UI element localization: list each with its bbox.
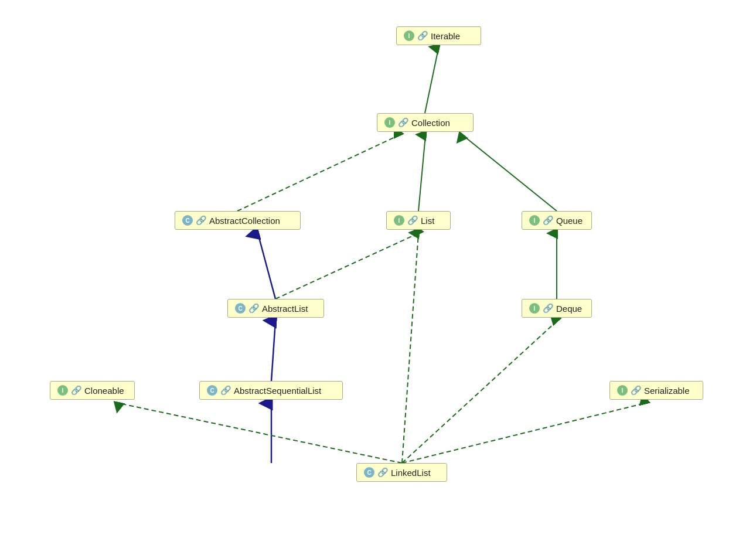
svg-line-7 xyxy=(258,233,275,299)
label-abstract-sequential-list: AbstractSequentialList xyxy=(234,386,321,396)
link-icon-linked-list: 🔗 xyxy=(378,468,387,477)
label-cloneable: Cloneable xyxy=(84,386,124,396)
badge-linked-list: C xyxy=(364,467,374,478)
svg-line-9 xyxy=(402,233,418,463)
link-icon-abstract-collection: 🔗 xyxy=(196,216,206,225)
svg-line-4 xyxy=(237,135,399,211)
badge-cloneable: I xyxy=(57,385,68,396)
badge-serializable: I xyxy=(617,385,628,396)
badge-deque: I xyxy=(529,303,540,314)
node-queue[interactable]: I 🔗 Queue xyxy=(522,211,592,230)
link-icon-iterable: 🔗 xyxy=(418,31,427,40)
label-serializable: Serializable xyxy=(644,386,690,396)
node-collection[interactable]: I 🔗 Collection xyxy=(377,113,474,132)
node-abstract-sequential-list[interactable]: C 🔗 AbstractSequentialList xyxy=(199,381,343,400)
svg-line-5 xyxy=(418,135,425,211)
node-linked-list[interactable]: C 🔗 LinkedList xyxy=(356,463,447,482)
node-abstract-list[interactable]: C 🔗 AbstractList xyxy=(227,299,324,318)
badge-queue: I xyxy=(529,215,540,226)
svg-line-3 xyxy=(425,49,438,113)
label-list: List xyxy=(421,216,434,226)
link-icon-serializable: 🔗 xyxy=(631,386,641,395)
node-list[interactable]: I 🔗 List xyxy=(386,211,451,230)
svg-line-8 xyxy=(275,233,418,299)
node-iterable[interactable]: I 🔗 Iterable xyxy=(396,26,481,45)
svg-line-15 xyxy=(402,403,645,463)
badge-iterable: I xyxy=(404,30,414,41)
link-icon-list: 🔗 xyxy=(408,216,417,225)
badge-collection: I xyxy=(384,117,395,128)
badge-abstract-collection: C xyxy=(182,215,193,226)
label-abstract-list: AbstractList xyxy=(262,304,308,314)
link-icon-collection: 🔗 xyxy=(399,118,408,127)
label-iterable: Iterable xyxy=(431,31,460,41)
link-icon-deque: 🔗 xyxy=(543,304,553,313)
node-serializable[interactable]: I 🔗 Serializable xyxy=(609,381,703,400)
node-abstract-collection[interactable]: C 🔗 AbstractCollection xyxy=(175,211,301,230)
link-icon-abstract-list: 🔗 xyxy=(249,304,258,313)
label-linked-list: LinkedList xyxy=(391,468,431,478)
diagram-container: I 🔗 Iterable I 🔗 Collection C 🔗 Abstract… xyxy=(0,0,756,558)
svg-line-13 xyxy=(119,403,402,463)
label-queue: Queue xyxy=(556,216,583,226)
label-deque: Deque xyxy=(556,304,582,314)
label-collection: Collection xyxy=(411,118,450,128)
label-abstract-collection: AbstractCollection xyxy=(209,216,280,226)
node-cloneable[interactable]: I 🔗 Cloneable xyxy=(50,381,135,400)
svg-line-6 xyxy=(463,135,557,211)
svg-line-11 xyxy=(271,321,275,381)
svg-line-14 xyxy=(402,321,557,463)
node-deque[interactable]: I 🔗 Deque xyxy=(522,299,592,318)
badge-list: I xyxy=(394,215,404,226)
badge-abstract-list: C xyxy=(235,303,246,314)
link-icon-queue: 🔗 xyxy=(543,216,553,225)
link-icon-abstract-sequential-list: 🔗 xyxy=(221,386,230,395)
badge-abstract-sequential-list: C xyxy=(207,385,217,396)
link-icon-cloneable: 🔗 xyxy=(71,386,81,395)
